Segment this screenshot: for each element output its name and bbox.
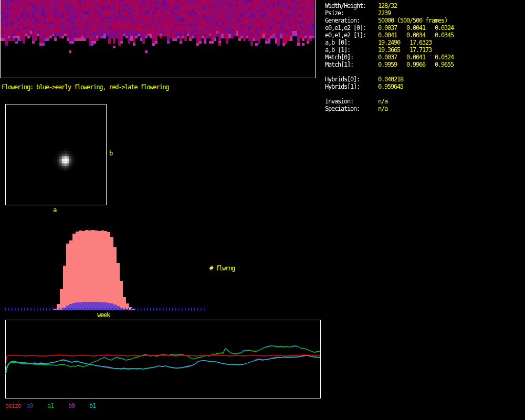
stat-label: Width/Height: (325, 3, 366, 9)
stat-value: 19.3665 17.7173 (378, 47, 432, 54)
series-b1 (6, 355, 320, 374)
stat-value: n/a (378, 98, 387, 105)
stat-value: 0.040218 (378, 76, 403, 83)
stat-value: 128/32 (378, 3, 397, 9)
stat-value: 0.0041 0.0034 0.0345 (378, 32, 454, 39)
stat-value: 0.0037 0.0041 0.0324 (378, 25, 454, 32)
legend-item-a0: a0 (26, 402, 33, 410)
stat-label: Hybrids[0]: (325, 76, 360, 83)
series-psize (6, 355, 320, 366)
timeseries-legend: psizea0a1b0b1 (0, 402, 525, 410)
timeseries-lines (6, 345, 320, 374)
stat-value: 0.959645 (378, 83, 403, 90)
legend-item-psize: psize (5, 402, 21, 410)
stat-label: a,b [0]: (325, 39, 350, 46)
stat-label: e0,e1,e2 [0]: (325, 25, 366, 32)
stat-value: 2239 (378, 10, 391, 17)
stat-label: Generation: (325, 17, 360, 24)
legend-item-a1: a1 (47, 402, 54, 410)
stat-value: 50000 (500/500 frames) (378, 17, 447, 24)
stat-label: e0,e1,e2 [1]: (325, 32, 366, 39)
stat-label: Invasion: (325, 98, 353, 105)
stat-label: Hybrids[1]: (325, 83, 360, 90)
stat-label: a,b [1]: (325, 47, 350, 54)
legend-item-b1: b1 (89, 402, 96, 410)
stat-value: 19.2490 17.6323 (378, 39, 432, 46)
simulation-app: { "colors": { "background": "#000000", "… (0, 0, 525, 420)
legend-item-b0: b0 (68, 402, 75, 410)
stat-label: Psize: (325, 10, 344, 17)
stat-value: n/a (378, 106, 387, 112)
flowering-histogram (54, 230, 135, 310)
stat-value: 0.0037 0.0041 0.0324 (378, 54, 454, 61)
stat-value: 0.9959 0.9966 0.9655 (378, 61, 454, 68)
stat-label: Match[1]: (325, 61, 353, 68)
stat-label: Speciation: (325, 106, 360, 112)
stat-label: Match[0]: (325, 54, 353, 61)
